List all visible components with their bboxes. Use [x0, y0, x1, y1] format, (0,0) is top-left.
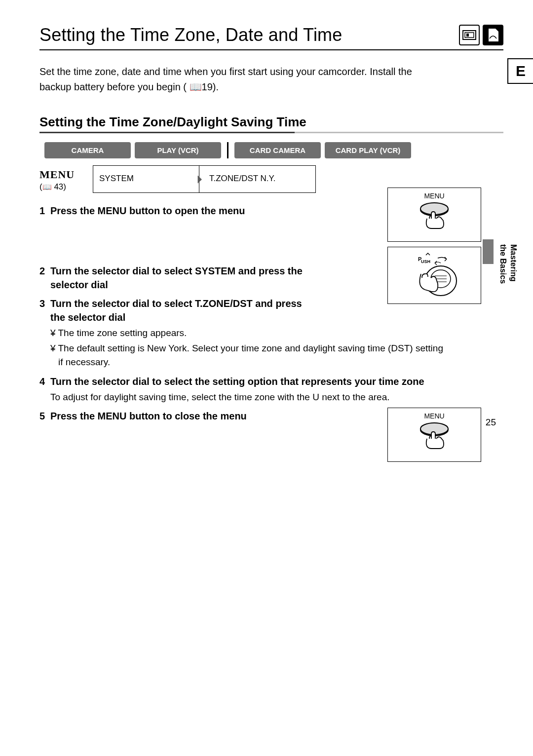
language-tab-e: E	[507, 58, 533, 84]
memory-card-icon	[483, 25, 503, 45]
menu-box-system: SYSTEM	[93, 166, 199, 192]
step-number: 2	[39, 264, 50, 292]
svg-rect-1	[465, 33, 474, 38]
step-heading: Press the MENU button to close the menu	[50, 409, 247, 423]
step-4: 4Turn the selector dial to select the se…	[39, 375, 503, 405]
side-section-label: Mastering the Basics	[497, 244, 518, 284]
intro-line2-prefix: backup battery before you begin (	[39, 81, 187, 92]
mode-play-vcr: PLAY (VCR)	[135, 142, 221, 158]
bullet-text: The time zone setting appears.	[58, 328, 187, 338]
bullet: ¥ The default setting is New York. Selec…	[50, 341, 444, 370]
intro-text: Set the time zone, date and time when yo…	[39, 64, 415, 95]
book-icon: 📖	[42, 183, 52, 191]
cassette-icon	[459, 25, 480, 45]
double-chevron-right-icon: ⏵	[195, 173, 206, 186]
mode-row: CAMERA PLAY (VCR) CARD CAMERA CARD PLAY …	[44, 142, 503, 158]
intro-line1: Set the time zone, date and time when yo…	[39, 66, 412, 77]
title-icons	[459, 25, 503, 45]
step-heading: Press the MENU button to open the menu	[50, 204, 245, 218]
illus-caption: MENU	[424, 192, 444, 200]
step-heading: Turn the selector dial to select T.ZONE/…	[50, 297, 316, 324]
step-number: 4	[39, 375, 50, 388]
page-title: Setting the Time Zone, Date and Time	[39, 25, 343, 45]
illustration-menu-button-2: MENU	[387, 408, 481, 462]
book-icon: 📖	[190, 81, 202, 92]
side-marker	[483, 239, 494, 264]
menu-label: MENU	[39, 168, 93, 181]
step-body: To adjust for daylight saving time, sele…	[39, 390, 444, 405]
bullet-text: The default setting is New York. Select …	[58, 343, 443, 368]
illus-caption: MENU	[424, 412, 444, 420]
svg-text:USH: USH	[421, 259, 430, 264]
mode-card-camera: CARD CAMERA	[234, 142, 321, 158]
side-text-1: Mastering	[509, 244, 518, 282]
intro-ref: 19	[202, 81, 213, 92]
step-number: 3	[39, 297, 50, 324]
step-heading: Turn the selector dial to select the set…	[50, 375, 424, 388]
bullet: ¥ The time zone setting appears.	[50, 326, 444, 340]
mode-divider	[227, 142, 228, 158]
illustration-menu-button-1: MENU	[387, 188, 481, 242]
mode-camera: CAMERA	[44, 142, 131, 158]
mode-card-play-vcr: CARD PLAY (VCR)	[325, 142, 411, 158]
menu-box-tzone: ⏵ T.ZONE/DST N.Y.	[199, 166, 315, 192]
illustration-selector-dial: P USH	[387, 247, 481, 304]
section-heading: Setting the Time Zone/Daylight Saving Ti…	[39, 114, 503, 133]
page-number: 25	[486, 417, 496, 428]
title-row: Setting the Time Zone, Date and Time	[39, 25, 503, 50]
menu-reference: (📖 43)	[39, 182, 93, 192]
step-3: 3Turn the selector dial to select T.ZONE…	[39, 297, 503, 370]
step-heading: Turn the selector dial to select SYSTEM …	[50, 264, 316, 292]
step-number: 1	[39, 204, 50, 218]
step-number: 5	[39, 409, 50, 423]
menu-ref-num: 43	[54, 182, 63, 191]
svg-rect-2	[466, 34, 469, 37]
intro-line2-suffix: ).	[213, 81, 219, 92]
side-text-2: the Basics	[499, 244, 507, 284]
menu-box2-text: T.ZONE/DST N.Y.	[209, 174, 275, 183]
